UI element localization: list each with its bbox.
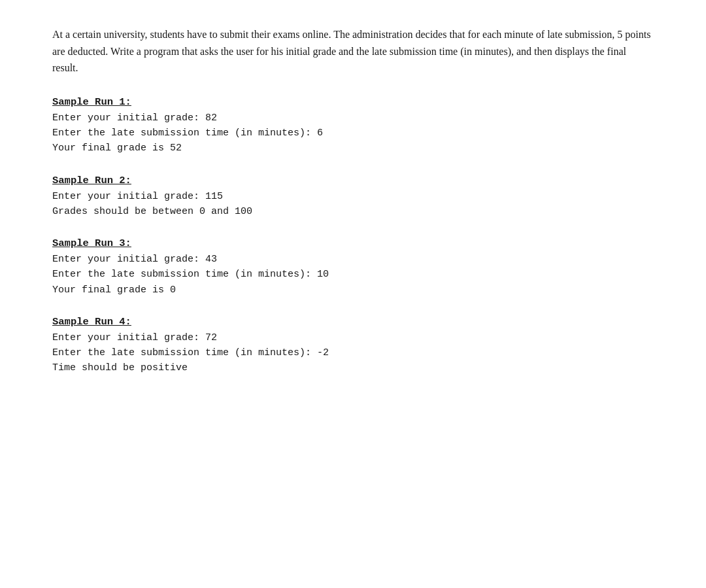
sample-run-4-code: Enter your initial grade: 72 Enter the l… [52,330,654,376]
sample-run-3-heading: Sample Run 3: [52,237,654,249]
page-container: At a certain university, students have t… [52,26,654,376]
sample-run-3: Sample Run 3:Enter your initial grade: 4… [52,237,654,298]
sample-run-2-code: Enter your initial grade: 115 Grades sho… [52,189,654,220]
sample-run-1-code: Enter your initial grade: 82 Enter the l… [52,111,654,156]
sample-run-4-heading: Sample Run 4: [52,316,654,328]
sample-run-4: Sample Run 4:Enter your initial grade: 7… [52,316,654,376]
sample-run-2: Sample Run 2:Enter your initial grade: 1… [52,175,654,220]
intro-paragraph: At a certain university, students have t… [52,26,654,77]
sample-run-1: Sample Run 1:Enter your initial grade: 8… [52,96,654,156]
sample-run-1-heading: Sample Run 1: [52,96,654,108]
samples-container: Sample Run 1:Enter your initial grade: 8… [52,96,654,376]
sample-run-2-heading: Sample Run 2: [52,175,654,186]
sample-run-3-code: Enter your initial grade: 43 Enter the l… [52,252,654,298]
